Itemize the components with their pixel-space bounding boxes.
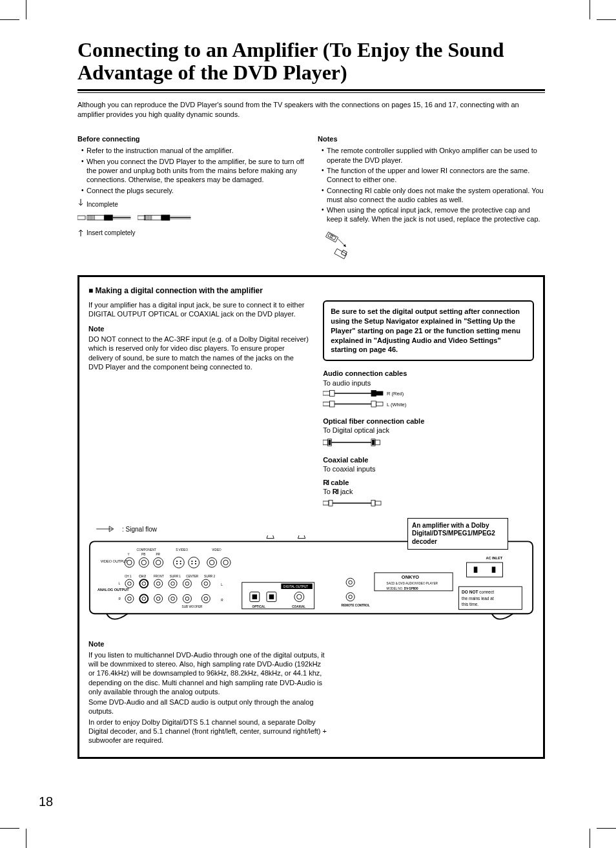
svg-point-61: [173, 557, 184, 568]
crop-mark: [597, 19, 616, 20]
svg-point-66: [189, 557, 200, 568]
svg-text:REMOTE CONTROL: REMOTE CONTROL: [342, 604, 370, 607]
list-item: The remote controller supplied with Onky…: [322, 146, 545, 165]
svg-text:AC INLET: AC INLET: [486, 556, 502, 560]
svg-point-98: [128, 597, 132, 601]
svg-text:ONKYO: ONKYO: [402, 574, 419, 580]
svg-point-103: [169, 594, 177, 603]
svg-text:CH 2: CH 2: [139, 575, 146, 578]
svg-text:COAXIAL: COAXIAL: [292, 605, 305, 608]
note-p2: Some DVD-Audio and all SACD audio is out…: [88, 698, 327, 716]
svg-point-62: [176, 560, 178, 561]
svg-text:OPTICAL: OPTICAL: [252, 605, 266, 608]
svg-point-119: [294, 592, 304, 601]
svg-rect-44: [329, 501, 333, 506]
manual-page: Connecting to an Amplifier (To Enjoy the…: [0, 0, 616, 848]
svg-point-120: [297, 594, 302, 599]
divider: [77, 92, 545, 93]
svg-point-56: [139, 557, 149, 567]
svg-text:L: L: [221, 583, 223, 586]
before-heading: Before connecting: [77, 134, 305, 143]
page-title: Connecting to an Amplifier (To Enjoy the…: [58, 39, 564, 84]
crop-mark: [597, 828, 616, 829]
svg-rect-29: [323, 402, 330, 406]
notes-heading: Notes: [318, 134, 545, 143]
svg-rect-30: [330, 401, 335, 407]
notes-column: Notes The remote controller supplied wit…: [318, 132, 545, 264]
svg-point-72: [207, 557, 217, 567]
svg-point-96: [204, 581, 208, 585]
svg-rect-43: [323, 501, 329, 505]
plug-incomplete-label: Incomplete: [87, 200, 118, 209]
svg-point-86: [128, 581, 132, 585]
amplifier-box: An amplifier with a Dolby Digital/DTS/MP…: [407, 518, 508, 550]
svg-point-85: [125, 579, 134, 588]
audio-cable-icon: R (Red) L (White): [323, 388, 420, 411]
svg-point-102: [156, 597, 160, 601]
svg-text:FRONT: FRONT: [154, 575, 164, 578]
digital-right-col: Be sure to set the digital output settin…: [323, 300, 534, 512]
arrow-up-icon: [77, 227, 84, 238]
list-item: Refer to the instruction manual of the a…: [81, 146, 305, 155]
list-item: Connect the plugs securely.: [81, 186, 305, 195]
svg-text:VIDEO: VIDEO: [212, 548, 221, 552]
digital-left-col: If your amplifier has a digital input ja…: [88, 300, 310, 512]
svg-text:SACD & DVD AUDIO/VIDEO PLAYER: SACD & DVD AUDIO/VIDEO PLAYER: [387, 582, 438, 585]
svg-point-63: [180, 560, 181, 561]
svg-rect-7: [104, 214, 113, 220]
svg-point-91: [169, 579, 177, 588]
optical-cable-label: Optical fiber connection cableTo Digital…: [323, 417, 534, 435]
crop-mark: [0, 19, 19, 20]
svg-point-55: [127, 560, 132, 564]
arrow-down-icon: [77, 199, 84, 210]
svg-point-65: [180, 563, 181, 564]
svg-rect-46: [371, 501, 375, 506]
notes-list: The remote controller supplied with Onky…: [318, 146, 545, 223]
svg-point-87: [139, 579, 148, 588]
coax-cable-label: Coaxial cableTo coaxial inputs: [323, 455, 534, 474]
divider: [77, 89, 545, 91]
svg-rect-41: [373, 440, 375, 445]
arrow-icon: [95, 526, 118, 532]
svg-point-99: [139, 594, 148, 603]
svg-text:the mains lead at: the mains lead at: [462, 595, 494, 600]
svg-text:DIGITAL OUTPUT: DIGITAL OUTPUT: [283, 585, 308, 588]
crop-mark: [26, 0, 26, 19]
svg-point-75: [223, 560, 228, 564]
svg-point-124: [349, 580, 353, 584]
digital-connection-section: Making a digital connection with the amp…: [77, 275, 545, 759]
svg-text:R (Red): R (Red): [387, 391, 404, 397]
svg-rect-118: [269, 594, 274, 599]
svg-point-105: [183, 594, 191, 603]
setup-callout: Be sure to set the digital output settin…: [323, 300, 534, 361]
svg-point-68: [195, 560, 196, 561]
svg-text:ANALOG OUTPUT: ANALOG OUTPUT: [98, 587, 129, 591]
svg-point-97: [125, 594, 134, 603]
svg-point-70: [195, 563, 196, 564]
svg-text:PR: PR: [156, 552, 160, 555]
svg-point-94: [185, 581, 189, 585]
svg-rect-0: [77, 216, 85, 220]
svg-point-69: [191, 563, 192, 564]
svg-point-58: [154, 557, 163, 567]
plug-complete-label: Insert completely: [87, 229, 136, 237]
note-heading: Note: [88, 639, 327, 648]
svg-text:this time.: this time.: [462, 602, 478, 606]
list-item: The function of the upper and lower RI c…: [322, 166, 545, 185]
svg-text:MODEL NO. DV-SP800: MODEL NO. DV-SP800: [387, 586, 418, 590]
svg-point-106: [185, 597, 189, 601]
plug-complete-icon: [138, 212, 196, 223]
svg-rect-1: [87, 215, 104, 220]
svg-text:S VIDEO: S VIDEO: [176, 548, 188, 552]
svg-point-101: [154, 594, 163, 603]
svg-rect-18: [161, 214, 170, 220]
page-number: 18: [39, 794, 53, 809]
svg-text:Y: Y: [128, 552, 130, 555]
svg-rect-38: [329, 440, 331, 445]
svg-text:CENTER: CENTER: [186, 575, 199, 578]
plug-incomplete-icon: [77, 212, 136, 223]
svg-rect-25: [330, 390, 335, 396]
svg-rect-12: [145, 215, 161, 220]
list-item: Connecting RI cable only does not make t…: [322, 186, 545, 205]
svg-text:DO NOT connect: DO NOT connect: [462, 590, 494, 594]
